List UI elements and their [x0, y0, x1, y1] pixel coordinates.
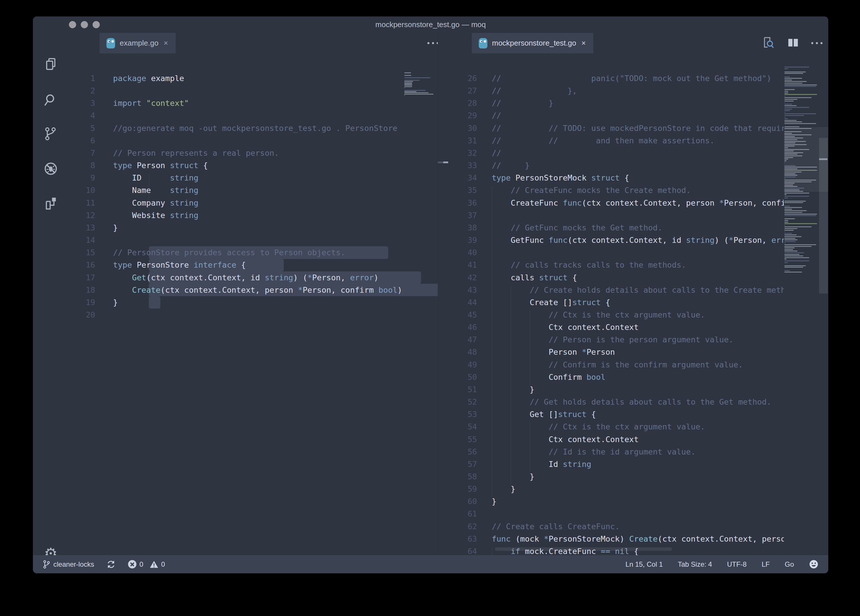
code-line: 51 }	[438, 383, 784, 396]
overview-ruler-marker	[819, 158, 827, 160]
find-in-file-icon[interactable]	[762, 36, 775, 50]
go-gopher-icon	[107, 38, 115, 49]
code-line: 41 // calls tracks calls to the methods.	[438, 259, 784, 271]
code-line: 15// PersonStore provides access to Pers…	[69, 246, 404, 259]
code-line: 27// },	[438, 85, 784, 97]
branch-name: cleaner-locks	[53, 560, 94, 568]
error-count: 0	[139, 560, 143, 568]
vscode-window: mockpersonstore_test.go — moq	[33, 16, 828, 573]
tab-mockpersonstore-test-go[interactable]: mockpersonstore_test.go ×	[472, 33, 593, 53]
status-bar: cleaner-locks 0 0 Ln 15, Col 1	[33, 555, 828, 573]
code-line: 28// }	[438, 97, 784, 109]
code-line: 13}	[69, 221, 404, 234]
code-line: 19}	[69, 296, 404, 309]
more-actions-icon[interactable]	[427, 33, 439, 53]
extensions-icon[interactable]	[33, 189, 69, 218]
eol-sequence[interactable]: LF	[762, 560, 770, 568]
code-line: 16type PersonStore interface {	[69, 259, 404, 271]
code-line: 1package example	[69, 72, 404, 85]
search-icon[interactable]	[33, 86, 69, 114]
code-line: 59 }	[438, 483, 784, 495]
code-line: 5//go:generate moq -out mockpersonstore_…	[69, 122, 404, 135]
code-line: 54 // Ctx is the ctx argument value.	[438, 420, 784, 433]
code-line: 4	[69, 109, 404, 122]
code-line: 45 // Ctx is the ctx argument value.	[438, 309, 784, 321]
branch-indicator[interactable]: cleaner-locks	[43, 560, 94, 569]
indentation[interactable]: Tab Size: 4	[678, 560, 712, 568]
encoding[interactable]: UTF-8	[727, 560, 747, 568]
code-line: 61	[438, 508, 784, 520]
problems-indicator[interactable]: 0 0	[128, 560, 165, 568]
code-line: 32//	[438, 147, 784, 159]
close-icon[interactable]: ×	[581, 39, 586, 48]
code-line: 36 CreateFunc func(ctx context.Context, …	[438, 197, 784, 209]
source-control-icon[interactable]	[33, 119, 69, 148]
code-line: 12 Website string	[69, 209, 404, 221]
code-line: 29//	[438, 109, 784, 122]
split-editor-icon[interactable]	[787, 36, 799, 50]
code-line: 17 Get(ctx context.Context, id string) (…	[69, 271, 404, 284]
code-line: 44 Create []struct {	[438, 296, 784, 309]
tab-label: mockpersonstore_test.go	[492, 39, 576, 48]
code-line: 35 // CreateFunc mocks the Create method…	[438, 184, 784, 196]
code-line: 46 Ctx context.Context	[438, 321, 784, 333]
code-line: 26// panic("TODO: mock out the Get metho…	[438, 72, 784, 85]
code-line: 48 Person *Person	[438, 346, 784, 358]
error-icon	[128, 560, 137, 568]
code-line: 60}	[438, 495, 784, 508]
code-line: 37	[438, 209, 784, 221]
code-line: 10 Name string	[69, 184, 404, 196]
code-line: 33// }	[438, 159, 784, 172]
code-line: 47 // Person is the person argument valu…	[438, 333, 784, 346]
code-line: 14	[69, 234, 404, 246]
code-line: 18 Create(ctx context.Context, person *P…	[69, 284, 404, 296]
gutter-marker	[443, 161, 448, 163]
tab-example-go[interactable]: example.go ×	[99, 33, 176, 53]
explorer-icon[interactable]	[33, 50, 69, 78]
code-line: 55 Ctx context.Context	[438, 433, 784, 445]
cursor-position[interactable]: Ln 15, Col 1	[626, 560, 663, 568]
code-line: 9 ID string	[69, 172, 404, 184]
code-line: 53 Get []struct {	[438, 408, 784, 420]
editor-mockpersonstore-test-go[interactable]: 26// panic("TODO: mock out the Get metho…	[438, 53, 828, 555]
tab-label: example.go	[120, 39, 159, 48]
title-bar: mockpersonstore_test.go — moq	[33, 16, 828, 33]
activity-bar: ⚙	[33, 33, 69, 555]
code-line: 31// // and then make assertions.	[438, 135, 784, 147]
more-actions-icon[interactable]	[811, 42, 822, 44]
code-line: 38 // GetFunc mocks the Get method.	[438, 221, 784, 234]
horizontal-scrollbar[interactable]	[495, 547, 672, 551]
code-line: 11 Company string	[69, 197, 404, 209]
code-line: 56 // Id is the id argument value.	[438, 445, 784, 458]
code-line: 34type PersonStoreMock struct {	[438, 172, 784, 184]
close-icon[interactable]: ×	[163, 39, 168, 48]
code-line: 3import "context"	[69, 97, 404, 109]
code-line: 50 Confirm bool	[438, 371, 784, 383]
code-line: 49 // Confirm is the confirm argument va…	[438, 359, 784, 371]
code-line: 57 Id string	[438, 458, 784, 470]
code-line: 43 // Create holds details about calls t…	[438, 284, 784, 296]
code-line: 52 // Get holds details about calls to t…	[438, 396, 784, 408]
code-line: 42 calls struct {	[438, 271, 784, 284]
code-line: 30// // TODO: use mockedPersonStore in c…	[438, 122, 784, 135]
code-line: 8type Person struct {	[69, 159, 404, 172]
editor-example-go[interactable]: 1package example23import "context"45//go…	[69, 53, 438, 555]
window-title: mockpersonstore_test.go — moq	[33, 16, 828, 33]
tab-bar-left-group: example.go ×	[69, 33, 438, 53]
gutter-marker	[438, 161, 443, 163]
language-mode[interactable]: Go	[785, 560, 794, 568]
code-line: 6	[69, 135, 404, 147]
warning-count: 0	[161, 560, 165, 568]
code-line: 63func (mock *PersonStoreMock) Create(ct…	[438, 533, 784, 545]
code-line: 20	[69, 309, 404, 321]
code-line: 7// Person represents a real person.	[69, 147, 404, 159]
code-line: 2	[69, 85, 404, 97]
go-gopher-icon	[479, 38, 487, 49]
minimap[interactable]	[404, 53, 437, 555]
smiley-icon[interactable]	[809, 560, 818, 569]
code-line: 62// Create calls CreateFunc.	[438, 520, 784, 533]
code-line: 39 GetFunc func(ctx context.Context, id …	[438, 234, 784, 246]
sync-icon[interactable]	[107, 560, 115, 569]
vertical-scrollbar[interactable]	[819, 138, 828, 293]
debug-disabled-icon[interactable]	[33, 154, 69, 183]
